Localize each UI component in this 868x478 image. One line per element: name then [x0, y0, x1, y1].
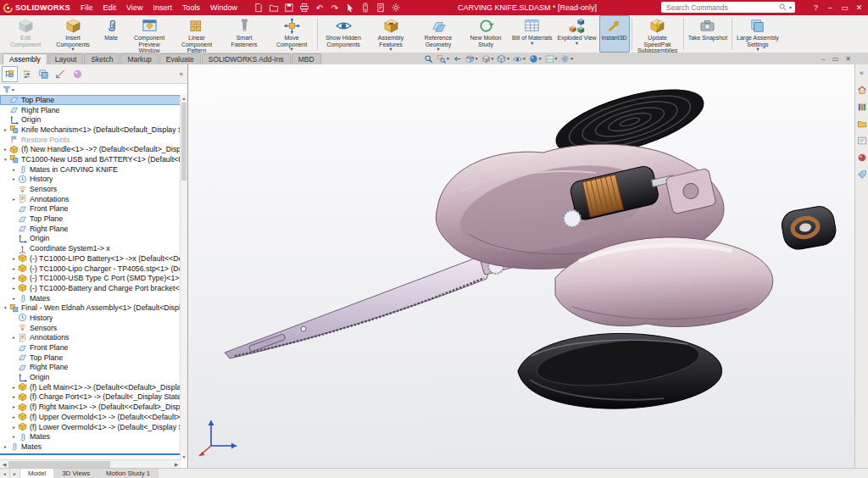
tree-expand-caret[interactable]: ▸	[10, 385, 18, 390]
tab-mbd[interactable]: MBD	[292, 53, 321, 64]
tree-item[interactable]: ▸(-) TC1000-LIPO Battery<1> ->x (Default…	[0, 253, 181, 264]
tree-expand-caret[interactable]: ▸	[10, 176, 18, 181]
doc-restore[interactable]: ▭	[832, 55, 839, 63]
tree-item[interactable]: ▾Final - Wen Eldnah Assembly<1> (Default…	[0, 303, 181, 313]
tree-item[interactable]: ▸(f) Right Main<1> -> (Default<<Default>…	[0, 402, 181, 412]
tree-expand-caret[interactable]: ▸	[10, 434, 18, 439]
hscroll-thumb[interactable]	[8, 461, 110, 468]
zoom-to-area-button[interactable]: ▾	[435, 54, 451, 64]
tab-markup[interactable]: Markup	[120, 53, 158, 64]
next-tab-arrow[interactable]: ▸	[10, 469, 20, 478]
tree-expand-caret[interactable]: ▸	[10, 286, 18, 291]
scroll-up-arrow[interactable]: ▲	[181, 95, 187, 102]
large-assembly-settings-button[interactable]: Large Assembly Settings▼	[734, 15, 782, 53]
insert-components-button[interactable]: Insert Components▼	[49, 15, 97, 53]
collapse-icon[interactable]: «	[856, 67, 867, 78]
edit-component-button[interactable]: Edit Component	[2, 15, 49, 53]
tree-item[interactable]: ▸Annotations	[0, 194, 181, 204]
tree-item[interactable]: ▸Mates	[0, 442, 181, 452]
menu-view[interactable]: View	[121, 0, 147, 15]
dropdown-caret-icon[interactable]: ▾	[570, 56, 573, 61]
tree-item[interactable]: Origin	[0, 234, 181, 244]
scroll-down-arrow[interactable]: ▼	[181, 453, 187, 460]
view-palette-icon[interactable]	[856, 135, 867, 146]
section-view-button[interactable]: ▾	[464, 54, 480, 64]
tab-solidworks-add-ins[interactable]: SOLIDWORKS Add-Ins	[202, 53, 291, 64]
rollback-bar[interactable]	[0, 453, 181, 455]
tree-expand-caret[interactable]: ▸	[10, 414, 18, 420]
tree-item[interactable]: Top Plane	[0, 214, 181, 224]
dropdown-caret-icon[interactable]: ▾	[555, 56, 558, 61]
menu-tools[interactable]: Tools	[177, 0, 205, 15]
menu-insert[interactable]: Insert	[147, 0, 177, 15]
filter-caret-icon[interactable]: ▾	[12, 87, 14, 92]
tree-item[interactable]: ▸(-) TC1000-Battery and Charge Port brac…	[0, 283, 181, 293]
tree-item[interactable]: ▸Mates	[0, 431, 181, 442]
display-style-button[interactable]: ▾	[495, 54, 511, 64]
menu-window[interactable]: Window	[205, 0, 242, 15]
tree-item[interactable]: Front Plane	[0, 342, 181, 353]
smart-fasteners-button[interactable]: Smart Fasteners	[220, 15, 268, 53]
edit-appearance-button[interactable]: ▾	[527, 54, 543, 64]
dropdown-caret-icon[interactable]: ▾	[539, 56, 542, 61]
print-icon[interactable]	[298, 2, 310, 14]
tab-sketch[interactable]: Sketch	[84, 53, 120, 64]
custom-properties-icon[interactable]	[856, 169, 867, 180]
menu-edit[interactable]: Edit	[98, 0, 122, 15]
dimxpert-manager-tab[interactable]	[53, 66, 69, 82]
tree-expand-caret[interactable]: ▾	[2, 157, 9, 162]
search-dropdown-caret[interactable]: ▾	[789, 4, 792, 10]
tree-item[interactable]: ▸(f) Lower Overmold<1> -> (Default<_Disp…	[0, 422, 181, 432]
model-canvas[interactable]	[189, 64, 854, 469]
tree-expand-caret[interactable]: ▸	[10, 167, 18, 172]
tree-item[interactable]: Right Plane	[0, 224, 181, 234]
bottom-tab-motion-study-1[interactable]: Motion Study 1	[98, 469, 159, 478]
dropdown-caret-icon[interactable]: ▾	[476, 56, 478, 61]
minimize-button[interactable]: –	[823, 0, 837, 15]
dropdown-caret-icon[interactable]: ▾	[507, 56, 509, 61]
tree-item[interactable]: ▸(-) TC1000-USB Type C Port (SMD Type)<1…	[0, 273, 181, 283]
search-input[interactable]	[665, 3, 776, 13]
property-manager-tab[interactable]	[19, 66, 35, 82]
reference-geometry-button[interactable]: Reference Geometry▼	[415, 15, 462, 53]
dropdown-caret-icon[interactable]: ▾	[523, 56, 526, 61]
update-speedpak-subassemblies-button[interactable]: Update SpeedPak Subassemblies	[634, 15, 682, 53]
tree-item[interactable]: Top Plane	[0, 95, 181, 105]
instant3d-button[interactable]: Instant3D	[599, 15, 630, 53]
doc-minimize[interactable]: –	[821, 55, 825, 63]
vscroll-thumb[interactable]	[181, 103, 186, 181]
tree-item[interactable]: ▸Annotations	[0, 333, 181, 343]
take-snapshot-button[interactable]: Take Snapshot	[686, 15, 730, 53]
new-doc-icon[interactable]	[253, 2, 264, 14]
tree-item[interactable]: ▸(f) Left Main<1> -> (Default<<Default>_…	[0, 382, 181, 392]
scroll-right-arrow[interactable]: ▶	[172, 462, 181, 467]
tree-expand-caret[interactable]: ▸	[2, 444, 9, 449]
component-preview-window-button[interactable]: Component Preview Window	[125, 15, 173, 53]
tree-expand-caret[interactable]: ▸	[2, 147, 9, 152]
tree-expand-caret[interactable]: ▸	[10, 266, 18, 271]
tree-item[interactable]: ▸(f) New Handle<1> ->? (Default<<Default…	[0, 144, 181, 154]
doc-close[interactable]: ✕	[845, 55, 851, 63]
new-motion-study-button[interactable]: New Motion Study	[462, 15, 509, 53]
bottom-tab-3d-views[interactable]: 3D Views	[54, 469, 98, 478]
tree-expand-caret[interactable]: ▸	[10, 275, 18, 281]
tree-item[interactable]: ▸(f) Upper Overmold<1> -> (Default<<Defa…	[0, 412, 181, 422]
zoom-to-fit-button[interactable]	[422, 54, 435, 64]
tree-expand-caret[interactable]: ▾	[2, 305, 9, 310]
file-explorer-icon[interactable]	[856, 118, 867, 129]
save-icon[interactable]	[283, 2, 295, 14]
tree-item[interactable]: Top Plane	[0, 353, 181, 363]
tab-assembly[interactable]: Assembly	[3, 53, 47, 64]
open-icon[interactable]	[268, 2, 280, 14]
tree-item[interactable]: Origin	[0, 372, 181, 382]
tab-evaluate[interactable]: Evaluate	[159, 53, 201, 64]
tree-item[interactable]: Front Plane	[0, 204, 181, 214]
tree-filter[interactable]: ▾	[0, 84, 187, 96]
help-button[interactable]: ?	[809, 0, 823, 15]
show-hidden-components-button[interactable]: Show Hidden Components	[320, 15, 367, 53]
tree-expand-caret[interactable]: ▸	[10, 256, 18, 261]
view-orientation-button[interactable]: ▾	[480, 54, 496, 64]
menu-file[interactable]: File	[75, 0, 98, 15]
tree-item[interactable]: Sensors	[0, 323, 181, 333]
tree-item[interactable]: ▸(f) Charge Port<1> -> (Default<_Display…	[0, 392, 181, 403]
